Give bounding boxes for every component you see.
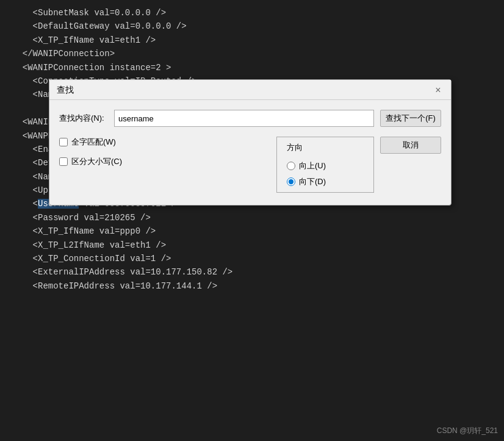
find-dialog: 查找 × 查找内容(N): 查找下一个(F) 全字匹配(W) 区分大小写(C) [49, 79, 452, 206]
search-row: 查找内容(N): 查找下一个(F) [59, 110, 441, 127]
direction-down-item[interactable]: 向下(D) [287, 176, 364, 187]
case-sensitive-label: 区分大小写(C) [71, 156, 122, 167]
search-input[interactable] [114, 110, 374, 127]
direction-up-label: 向上(U) [299, 160, 326, 171]
direction-label: 方向 [287, 142, 364, 153]
dialog-title: 查找 [57, 85, 74, 96]
direction-up-item[interactable]: 向上(U) [287, 160, 364, 171]
options-row: 全字匹配(W) 区分大小写(C) 方向 向上(U) 向下(D) [59, 137, 441, 193]
find-next-button[interactable]: 查找下一个(F) [380, 110, 441, 127]
dialog-titlebar: 查找 × [49, 80, 451, 100]
full-match-checkbox-item[interactable]: 全字匹配(W) [59, 137, 276, 148]
full-match-checkbox[interactable] [59, 138, 68, 146]
code-background: <SubnetMask val=0.0.0.0 /> <DefaultGatew… [0, 0, 504, 441]
cancel-button[interactable]: 取消 [380, 137, 441, 154]
close-button[interactable]: × [433, 85, 444, 96]
watermark: CSDN @玥轩_521 [437, 426, 498, 436]
direction-group: 方向 向上(U) 向下(D) [276, 137, 374, 193]
case-sensitive-checkbox-item[interactable]: 区分大小写(C) [59, 156, 276, 167]
full-match-label: 全字匹配(W) [71, 137, 116, 148]
direction-down-radio[interactable] [287, 177, 295, 186]
direction-up-radio[interactable] [287, 162, 295, 170]
direction-down-label: 向下(D) [299, 176, 326, 187]
search-label: 查找内容(N): [59, 113, 108, 124]
buttons-column: 取消 [374, 137, 441, 154]
dialog-body: 查找内容(N): 查找下一个(F) 全字匹配(W) 区分大小写(C) 方向 [49, 100, 451, 205]
checkboxes-column: 全字匹配(W) 区分大小写(C) [59, 137, 276, 167]
case-sensitive-checkbox[interactable] [59, 157, 68, 166]
